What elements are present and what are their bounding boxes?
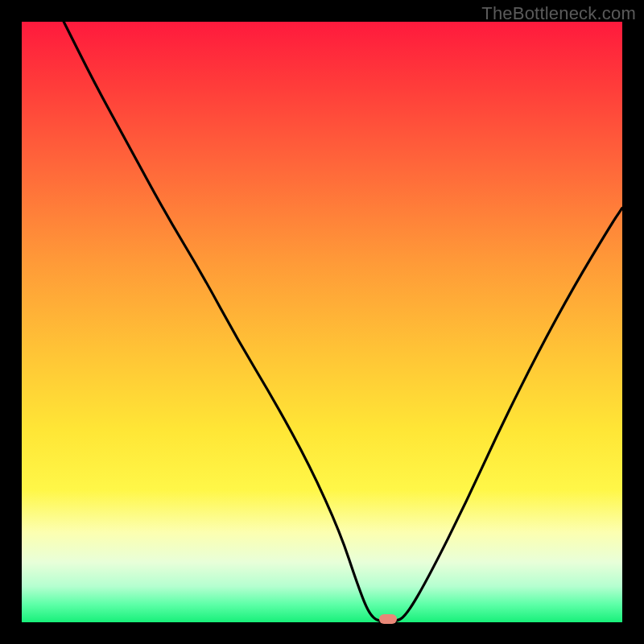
plot-area	[22, 22, 622, 622]
watermark-label: TheBottleneck.com	[481, 3, 636, 24]
chart-frame: TheBottleneck.com	[0, 0, 644, 644]
bottleneck-curve	[22, 22, 622, 622]
optimum-marker	[379, 614, 397, 624]
